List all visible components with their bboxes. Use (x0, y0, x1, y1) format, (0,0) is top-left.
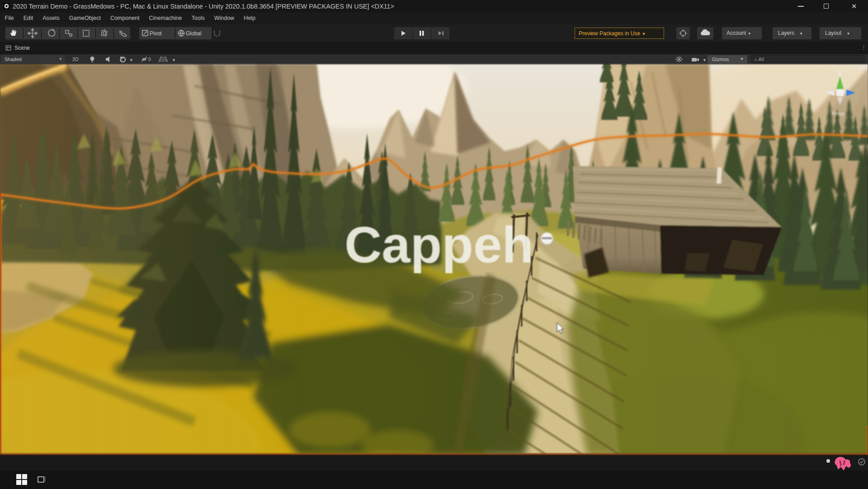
svg-text:Global: Global (186, 30, 202, 37)
svg-text:▼: ▼ (703, 58, 707, 62)
svg-text:▼: ▼ (129, 58, 133, 62)
svg-text:0: 0 (148, 57, 151, 62)
svg-text:▼: ▼ (172, 58, 176, 62)
svg-text:Pivot: Pivot (150, 30, 162, 37)
svg-text:Persp: Persp (832, 111, 845, 116)
svg-text:Cappeh: Cappeh (344, 216, 533, 273)
